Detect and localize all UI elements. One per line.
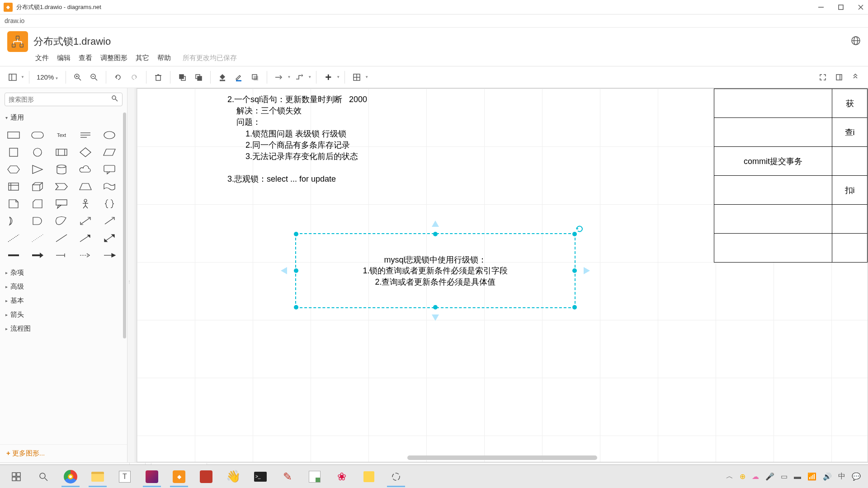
menu-edit[interactable]: 编辑: [57, 54, 71, 62]
taskbar-rose[interactable]: ❀: [328, 466, 355, 487]
view-mode-button[interactable]: [5, 70, 20, 84]
resize-handle-ne[interactable]: [572, 232, 577, 236]
shape-bidir-arrow[interactable]: [77, 214, 94, 228]
shape-line-bidir[interactable]: [101, 231, 118, 245]
more-shapes-button[interactable]: +更多图形...: [0, 444, 127, 462]
selected-shape[interactable]: mysql悲观锁中使用行级锁： 1.锁的查询或者更新条件必须是索引字段 2.查询…: [295, 233, 576, 308]
taskbar-app2[interactable]: 👋: [220, 466, 247, 487]
rotate-handle[interactable]: [576, 225, 584, 233]
shape-hexagon[interactable]: [5, 163, 22, 176]
tray-notifications-icon[interactable]: 💬: [852, 472, 861, 481]
taskbar-chrome[interactable]: [57, 466, 84, 487]
taskbar-app1[interactable]: [193, 466, 220, 487]
zoom-out-button[interactable]: [87, 70, 101, 84]
resize-handle-w[interactable]: [294, 268, 298, 273]
panel-resize-handle[interactable]: ⋮: [127, 275, 131, 288]
shape-thick-link[interactable]: [5, 249, 22, 262]
tray-cloud-icon[interactable]: ☁: [752, 472, 759, 481]
shape-step[interactable]: [53, 180, 70, 193]
delete-button[interactable]: [151, 70, 165, 84]
shape-circle[interactable]: [29, 145, 46, 159]
start-button[interactable]: [3, 466, 30, 487]
section-advanced[interactable]: ▸高级: [0, 280, 127, 294]
language-icon[interactable]: [851, 36, 861, 47]
zoom-in-button[interactable]: [71, 70, 85, 84]
resize-handle-s[interactable]: [433, 305, 438, 310]
tray-battery-icon[interactable]: ▬: [794, 473, 801, 481]
redo-button[interactable]: [127, 70, 142, 84]
resize-handle-se[interactable]: [572, 305, 577, 310]
taskbar-terminal[interactable]: >_: [247, 466, 274, 487]
connect-hint-e[interactable]: [579, 264, 592, 277]
shape-conn1[interactable]: [53, 249, 70, 262]
resize-handle-e[interactable]: [572, 268, 577, 273]
section-arrows[interactable]: ▸箭头: [0, 308, 127, 322]
format-panel-button[interactable]: [832, 70, 846, 84]
shape-dotted-line[interactable]: [29, 231, 46, 245]
shape-rounded-rect[interactable]: [29, 128, 46, 142]
resize-handle-nw[interactable]: [294, 232, 298, 236]
shape-diamond[interactable]: [77, 145, 94, 159]
maximize-button[interactable]: [837, 4, 844, 11]
menu-view[interactable]: 查看: [79, 54, 92, 62]
shape-dashed-line[interactable]: [5, 231, 22, 245]
chevron-down-icon[interactable]: ▼: [308, 75, 311, 79]
shape-cylinder[interactable]: [53, 163, 70, 176]
undo-button[interactable]: [111, 70, 125, 84]
shape-rectangle[interactable]: [5, 128, 22, 142]
menu-file[interactable]: 文件: [35, 54, 49, 62]
resize-handle-sw[interactable]: [294, 305, 298, 310]
shape-cloud[interactable]: [77, 163, 94, 176]
shape-trapezoid[interactable]: [77, 180, 94, 193]
table-button[interactable]: [349, 70, 364, 84]
shape-curly[interactable]: [101, 197, 118, 211]
section-misc[interactable]: ▸杂项: [0, 266, 127, 280]
minimize-button[interactable]: [817, 4, 825, 11]
section-flowchart[interactable]: ▸流程图: [0, 322, 127, 336]
resize-handle-n[interactable]: [433, 232, 438, 236]
document-title[interactable]: 分布式锁1.drawio: [33, 35, 111, 48]
shape-callout[interactable]: [101, 163, 118, 176]
shape-ellipse[interactable]: [101, 128, 118, 142]
menu-extras[interactable]: 其它: [136, 54, 149, 62]
shape-cube[interactable]: [29, 180, 46, 193]
shape-conn3[interactable]: [101, 249, 118, 262]
chevron-down-icon[interactable]: ▼: [365, 75, 368, 79]
shape-textbox[interactable]: [77, 128, 94, 142]
shape-callout2[interactable]: [53, 197, 70, 211]
line-color-button[interactable]: [231, 70, 246, 84]
section-basic[interactable]: ▸基本: [0, 294, 127, 308]
shape-tape[interactable]: [101, 180, 118, 193]
canvas[interactable]: ⋮ 2.一个sql语句：更新数量时判断 2000 解决：三个锁失效 问题： 1.…: [127, 88, 868, 462]
shape-internal-storage[interactable]: [5, 180, 22, 193]
shape-text[interactable]: Text: [53, 128, 70, 142]
insert-button[interactable]: +: [321, 70, 335, 84]
search-icon[interactable]: [111, 95, 118, 104]
close-button[interactable]: [857, 4, 864, 11]
shape-or[interactable]: [5, 214, 22, 228]
shadow-button[interactable]: [248, 70, 262, 84]
chevron-down-icon[interactable]: ▼: [336, 75, 340, 79]
taskbar-ide[interactable]: [138, 466, 165, 487]
search-button[interactable]: [30, 466, 57, 487]
collapse-button[interactable]: [848, 70, 863, 84]
shape-card[interactable]: [29, 197, 46, 211]
connect-hint-n[interactable]: [429, 219, 442, 231]
shape-line-arrow[interactable]: [77, 231, 94, 245]
taskbar-sticky[interactable]: [355, 466, 382, 487]
to-front-button[interactable]: [175, 70, 189, 84]
tray-chevron-up-icon[interactable]: ︿: [726, 472, 733, 481]
canvas-table[interactable]: 获 查i commit提交事务 扣i: [714, 89, 868, 263]
taskbar-text[interactable]: T: [111, 466, 138, 487]
tray-ime-icon[interactable]: 中: [838, 472, 845, 481]
connect-hint-s[interactable]: [429, 310, 442, 323]
shape-datastore[interactable]: [53, 214, 70, 228]
to-back-button[interactable]: [191, 70, 206, 84]
connect-hint-w[interactable]: [279, 264, 292, 277]
shape-line[interactable]: [53, 231, 70, 245]
selected-shape-text[interactable]: mysql悲观锁中使用行级锁： 1.锁的查询或者更新条件必须是索引字段 2.查询…: [296, 254, 575, 287]
taskbar-notes[interactable]: [301, 466, 328, 487]
shape-square[interactable]: [5, 145, 22, 159]
shape-parallelogram[interactable]: [101, 145, 118, 159]
zoom-level[interactable]: 120% ▼: [34, 73, 61, 81]
